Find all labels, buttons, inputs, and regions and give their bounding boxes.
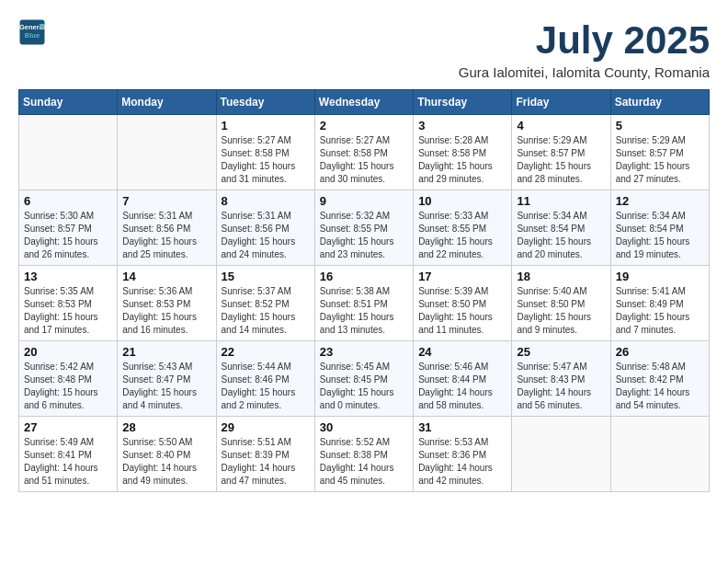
- day-number: 19: [616, 270, 704, 283]
- daylight-text: Daylight: 15 hours and 14 minutes.: [222, 312, 296, 335]
- calendar-cell: 9 Sunrise: 5:32 AM Sunset: 8:55 PM Dayli…: [314, 190, 413, 266]
- sunrise-text: Sunrise: 5:49 AM: [24, 437, 94, 447]
- col-thursday: Thursday: [414, 90, 512, 115]
- daylight-text: Daylight: 14 hours and 51 minutes.: [24, 463, 98, 486]
- sunset-text: Sunset: 8:57 PM: [616, 148, 684, 158]
- sunset-text: Sunset: 8:58 PM: [418, 148, 486, 158]
- sunrise-text: Sunrise: 5:31 AM: [122, 211, 192, 221]
- title-block: July 2025 Gura Ialomitei, Ialomita Count…: [459, 18, 710, 80]
- daylight-text: Daylight: 15 hours and 26 minutes.: [24, 236, 98, 259]
- day-info: Sunrise: 5:36 AM Sunset: 8:53 PM Dayligh…: [122, 285, 210, 337]
- sunrise-text: Sunrise: 5:53 AM: [418, 437, 488, 447]
- calendar-cell: 17 Sunrise: 5:39 AM Sunset: 8:50 PM Dayl…: [414, 266, 512, 341]
- day-info: Sunrise: 5:31 AM Sunset: 8:56 PM Dayligh…: [122, 210, 210, 261]
- daylight-text: Daylight: 14 hours and 42 minutes.: [418, 463, 493, 486]
- daylight-text: Daylight: 14 hours and 58 minutes.: [418, 387, 493, 410]
- day-number: 17: [418, 270, 506, 283]
- day-info: Sunrise: 5:27 AM Sunset: 8:58 PM Dayligh…: [320, 134, 408, 186]
- location: Gura Ialomitei, Ialomita County, Romania: [459, 64, 710, 80]
- sunset-text: Sunset: 8:46 PM: [222, 374, 290, 385]
- calendar-week-row: 1 Sunrise: 5:27 AM Sunset: 8:58 PM Dayli…: [19, 115, 710, 190]
- day-info: Sunrise: 5:37 AM Sunset: 8:52 PM Dayligh…: [222, 285, 310, 337]
- day-info: Sunrise: 5:53 AM Sunset: 8:36 PM Dayligh…: [418, 436, 506, 488]
- day-number: 26: [616, 345, 704, 359]
- sunset-text: Sunset: 8:47 PM: [122, 374, 190, 385]
- sunrise-text: Sunrise: 5:38 AM: [320, 286, 390, 296]
- daylight-text: Daylight: 14 hours and 45 minutes.: [320, 463, 394, 486]
- sunrise-text: Sunrise: 5:48 AM: [616, 362, 686, 372]
- sunrise-text: Sunrise: 5:44 AM: [222, 362, 291, 372]
- daylight-text: Daylight: 15 hours and 7 minutes.: [616, 312, 690, 335]
- day-number: 10: [418, 194, 506, 208]
- daylight-text: Daylight: 15 hours and 16 minutes.: [122, 312, 197, 335]
- calendar-cell: 19 Sunrise: 5:41 AM Sunset: 8:49 PM Dayl…: [610, 266, 709, 341]
- calendar-table: Sunday Monday Tuesday Wednesday Thursday…: [18, 89, 710, 492]
- sunrise-text: Sunrise: 5:29 AM: [616, 135, 686, 145]
- calendar-week-row: 6 Sunrise: 5:30 AM Sunset: 8:57 PM Dayli…: [19, 190, 710, 266]
- day-number: 15: [222, 270, 310, 283]
- calendar-cell: 3 Sunrise: 5:28 AM Sunset: 8:58 PM Dayli…: [414, 115, 512, 190]
- sunrise-text: Sunrise: 5:35 AM: [24, 286, 94, 296]
- day-number: 24: [418, 345, 506, 359]
- day-number: 2: [320, 119, 408, 132]
- calendar-cell: 18 Sunrise: 5:40 AM Sunset: 8:50 PM Dayl…: [512, 266, 610, 341]
- daylight-text: Daylight: 15 hours and 30 minutes.: [320, 161, 394, 184]
- daylight-text: Daylight: 15 hours and 24 minutes.: [222, 236, 296, 259]
- sunset-text: Sunset: 8:50 PM: [517, 299, 585, 309]
- col-sunday: Sunday: [19, 90, 118, 115]
- sunset-text: Sunset: 8:49 PM: [616, 299, 684, 309]
- sunset-text: Sunset: 8:57 PM: [517, 148, 585, 158]
- day-number: 28: [122, 420, 210, 434]
- day-number: 1: [222, 119, 310, 132]
- sunset-text: Sunset: 8:56 PM: [222, 224, 290, 234]
- day-info: Sunrise: 5:28 AM Sunset: 8:58 PM Dayligh…: [418, 134, 506, 186]
- calendar-cell: [19, 115, 118, 190]
- daylight-text: Daylight: 15 hours and 20 minutes.: [517, 236, 591, 259]
- calendar-week-row: 27 Sunrise: 5:49 AM Sunset: 8:41 PM Dayl…: [19, 417, 710, 492]
- col-wednesday: Wednesday: [314, 90, 413, 115]
- day-info: Sunrise: 5:51 AM Sunset: 8:39 PM Dayligh…: [222, 436, 310, 488]
- sunset-text: Sunset: 8:48 PM: [24, 374, 92, 385]
- day-number: 16: [320, 270, 408, 283]
- calendar-cell: 1 Sunrise: 5:27 AM Sunset: 8:58 PM Dayli…: [216, 115, 314, 190]
- day-number: 29: [222, 420, 310, 434]
- col-tuesday: Tuesday: [216, 90, 314, 115]
- sunrise-text: Sunrise: 5:33 AM: [418, 211, 488, 221]
- sunset-text: Sunset: 8:57 PM: [24, 224, 92, 234]
- daylight-text: Daylight: 15 hours and 17 minutes.: [24, 312, 98, 335]
- day-number: 30: [320, 420, 408, 434]
- sunset-text: Sunset: 8:56 PM: [122, 224, 190, 234]
- day-info: Sunrise: 5:47 AM Sunset: 8:43 PM Dayligh…: [517, 361, 605, 412]
- sunrise-text: Sunrise: 5:34 AM: [616, 211, 686, 221]
- sunrise-text: Sunrise: 5:28 AM: [418, 135, 488, 145]
- day-info: Sunrise: 5:52 AM Sunset: 8:38 PM Dayligh…: [320, 436, 408, 488]
- day-info: Sunrise: 5:29 AM Sunset: 8:57 PM Dayligh…: [517, 134, 605, 186]
- day-info: Sunrise: 5:31 AM Sunset: 8:56 PM Dayligh…: [222, 210, 310, 261]
- day-info: Sunrise: 5:45 AM Sunset: 8:45 PM Dayligh…: [320, 361, 408, 412]
- day-info: Sunrise: 5:43 AM Sunset: 8:47 PM Dayligh…: [122, 361, 210, 412]
- sunrise-text: Sunrise: 5:32 AM: [320, 211, 390, 221]
- day-number: 25: [517, 345, 605, 359]
- sunset-text: Sunset: 8:43 PM: [517, 374, 585, 385]
- calendar-cell: 2 Sunrise: 5:27 AM Sunset: 8:58 PM Dayli…: [314, 115, 413, 190]
- day-info: Sunrise: 5:39 AM Sunset: 8:50 PM Dayligh…: [418, 285, 506, 337]
- day-number: 8: [222, 194, 310, 208]
- calendar-cell: 20 Sunrise: 5:42 AM Sunset: 8:48 PM Dayl…: [19, 341, 118, 417]
- calendar-cell: 22 Sunrise: 5:44 AM Sunset: 8:46 PM Dayl…: [216, 341, 314, 417]
- sunset-text: Sunset: 8:51 PM: [320, 299, 388, 309]
- day-number: 4: [517, 119, 605, 132]
- calendar-cell: 15 Sunrise: 5:37 AM Sunset: 8:52 PM Dayl…: [216, 266, 314, 341]
- day-number: 20: [24, 345, 112, 359]
- sunrise-text: Sunrise: 5:31 AM: [222, 211, 291, 221]
- daylight-text: Daylight: 14 hours and 54 minutes.: [616, 387, 690, 410]
- calendar-cell: 10 Sunrise: 5:33 AM Sunset: 8:55 PM Dayl…: [414, 190, 512, 266]
- calendar-cell: 29 Sunrise: 5:51 AM Sunset: 8:39 PM Dayl…: [216, 417, 314, 492]
- day-number: 22: [222, 345, 310, 359]
- sunset-text: Sunset: 8:39 PM: [222, 450, 290, 460]
- daylight-text: Daylight: 15 hours and 13 minutes.: [320, 312, 394, 335]
- calendar-cell: 31 Sunrise: 5:53 AM Sunset: 8:36 PM Dayl…: [414, 417, 512, 492]
- calendar-cell: 12 Sunrise: 5:34 AM Sunset: 8:54 PM Dayl…: [610, 190, 709, 266]
- calendar-cell: 7 Sunrise: 5:31 AM Sunset: 8:56 PM Dayli…: [118, 190, 216, 266]
- daylight-text: Daylight: 15 hours and 9 minutes.: [517, 312, 591, 335]
- calendar-cell: [610, 417, 709, 492]
